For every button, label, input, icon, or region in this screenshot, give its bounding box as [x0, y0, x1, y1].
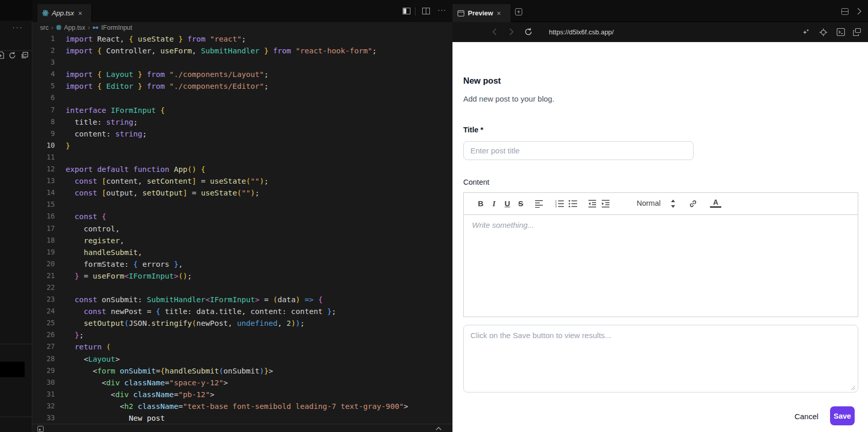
panel-icon[interactable]	[37, 426, 44, 432]
code-line-27[interactable]: 27 return (	[32, 341, 452, 352]
tab-close-icon[interactable]: ×	[78, 9, 82, 17]
code-line-30[interactable]: 30 <div className="space-y-12">	[32, 377, 452, 388]
code-line-8[interactable]: 8 title: string;	[32, 116, 452, 128]
save-button[interactable]: Save	[830, 406, 855, 425]
code-line-31[interactable]: 31 <div className="pb-12">	[32, 388, 452, 400]
explorer-more-icon[interactable]: ···	[12, 23, 23, 31]
line-number: 4	[32, 68, 55, 80]
forward-icon[interactable]	[509, 28, 514, 35]
line-number: 17	[32, 223, 55, 234]
code-line-25[interactable]: 25 setOutput(JSON.stringify(newPost, und…	[32, 317, 452, 329]
indent-icon[interactable]	[601, 200, 613, 210]
preview-tab-bar: Preview ×	[452, 0, 868, 22]
code-line-13[interactable]: 13 const [content, setContent] = useStat…	[32, 175, 452, 187]
line-number: 20	[32, 258, 55, 270]
split-horizontal-icon[interactable]	[841, 8, 849, 15]
code-line-32[interactable]: 32 <h2 className="text-base font-semibol…	[32, 400, 452, 412]
line-number: 32	[32, 400, 55, 412]
react-file-icon	[42, 10, 49, 16]
add-tab-icon[interactable]	[515, 8, 522, 15]
code-line-12[interactable]: 12export default function App() {	[32, 163, 452, 175]
dropdown-arrows-icon[interactable]	[671, 200, 676, 208]
code-line-4[interactable]: 4import { Layout } from "./components/La…	[32, 68, 452, 80]
text-color-icon[interactable]: A	[710, 199, 721, 208]
editor-pane: App.tsx × ··· src › App.tsx › IF	[32, 0, 452, 432]
url-text[interactable]: https://d5lx6f.csb.app/	[549, 28, 614, 36]
breadcrumb-file[interactable]: App.tsx	[64, 24, 86, 31]
line-number: 3	[32, 56, 55, 68]
line-number: 29	[32, 365, 55, 377]
title-input[interactable]	[463, 141, 694, 160]
tab-title: App.tsx	[52, 9, 74, 17]
chevron-right-icon[interactable]	[857, 8, 861, 15]
code-line-16[interactable]: 16 const {	[32, 210, 452, 222]
format-dropdown[interactable]: Normal	[637, 199, 661, 207]
sparkle-cursor-icon[interactable]	[802, 28, 810, 36]
new-file-icon[interactable]	[0, 51, 5, 60]
element-inspector-icon[interactable]	[819, 28, 827, 36]
code-line-5[interactable]: 5import { Editor } from "./components/Ed…	[32, 80, 452, 92]
tab-preview[interactable]: Preview ×	[452, 4, 510, 22]
code-line-33[interactable]: 33 New post	[32, 412, 452, 424]
expand-panel-chevron-up-icon[interactable]	[436, 426, 442, 430]
open-in-new-window-icon[interactable]	[853, 28, 861, 36]
code-line-20[interactable]: 20 formState: { errors },	[32, 258, 452, 270]
align-icon[interactable]	[535, 200, 546, 210]
code-line-22[interactable]: 22	[32, 282, 452, 293]
ordered-list-icon[interactable]: 123	[555, 200, 566, 210]
code-line-28[interactable]: 28 <Layout>	[32, 353, 452, 365]
code-line-17[interactable]: 17 control,	[32, 223, 452, 234]
code-line-14[interactable]: 14 const [output, setOutput] = useState(…	[32, 187, 452, 199]
line-number: 8	[32, 116, 55, 128]
strikethrough-icon[interactable]: S	[515, 199, 526, 209]
breadcrumb-src[interactable]: src	[40, 24, 49, 31]
refresh-icon[interactable]	[524, 28, 532, 36]
split-editor-icon[interactable]	[422, 8, 430, 14]
code-line-24[interactable]: 24 const newPost = { title: data.title, …	[32, 305, 452, 317]
code-line-29[interactable]: 29 <form onSubmit={handleSubmit(onSubmit…	[32, 365, 452, 377]
line-number: 2	[32, 45, 55, 56]
resize-handle-icon[interactable]	[850, 385, 855, 390]
refresh-explorer-icon[interactable]	[8, 51, 16, 60]
collapse-folders-icon[interactable]	[21, 51, 29, 60]
split-editor-left-icon[interactable]	[403, 8, 410, 14]
preview-tab-close-icon[interactable]: ×	[497, 9, 501, 17]
code-line-15[interactable]: 15	[32, 199, 452, 210]
code-line-23[interactable]: 23 const onSubmit: SubmitHandler<IFormIn…	[32, 293, 452, 305]
link-icon[interactable]	[688, 199, 700, 209]
code-line-1[interactable]: 1import React, { useState } from "react"…	[32, 33, 452, 45]
outdent-icon[interactable]	[588, 200, 599, 210]
code-line-18[interactable]: 18 register,	[32, 234, 452, 246]
bold-icon[interactable]: B	[475, 199, 486, 209]
code-line-9[interactable]: 9 content: string;	[32, 128, 452, 140]
breadcrumb-symbol[interactable]: IFormInput	[101, 24, 132, 31]
code-line-2[interactable]: 2import { Controller, useForm, SubmitHan…	[32, 45, 452, 56]
explorer-collapsed-block	[0, 362, 25, 377]
code-line-10[interactable]: 10}	[32, 140, 452, 151]
explorer-sidebar: ···	[0, 0, 32, 432]
editor-more-actions-icon[interactable]: ···	[438, 6, 446, 14]
bullet-list-icon[interactable]	[568, 200, 580, 210]
code-line-26[interactable]: 26 };	[32, 329, 452, 341]
italic-icon[interactable]: I	[488, 199, 500, 209]
line-number: 26	[32, 329, 55, 341]
code-line-21[interactable]: 21 } = useForm<IFormInput>();	[32, 270, 452, 282]
code-line-6[interactable]: 6	[32, 92, 452, 104]
editor-placeholder: Write something...	[472, 221, 534, 229]
code-line-3[interactable]: 3	[32, 56, 452, 68]
interface-symbol-icon	[92, 25, 98, 31]
code-line-19[interactable]: 19 handleSubmit,	[32, 246, 452, 258]
browser-window-icon	[458, 10, 464, 16]
console-icon[interactable]	[837, 28, 845, 36]
editor-text-area[interactable]: Write something...	[464, 215, 858, 317]
line-number: 1	[32, 33, 55, 45]
editor-toolbar: B I U S 123 Normal	[464, 193, 858, 215]
code-line-7[interactable]: 7interface IFormInput {	[32, 104, 452, 116]
code-line-11[interactable]: 11	[32, 151, 452, 163]
code-area[interactable]: 1import React, { useState } from "react"…	[32, 33, 452, 424]
back-icon[interactable]	[492, 28, 497, 35]
underline-icon[interactable]: U	[502, 199, 513, 209]
output-textarea[interactable]	[463, 325, 858, 392]
tab-app-tsx[interactable]: App.tsx ×	[37, 4, 92, 22]
cancel-button[interactable]: Cancel	[788, 408, 824, 424]
